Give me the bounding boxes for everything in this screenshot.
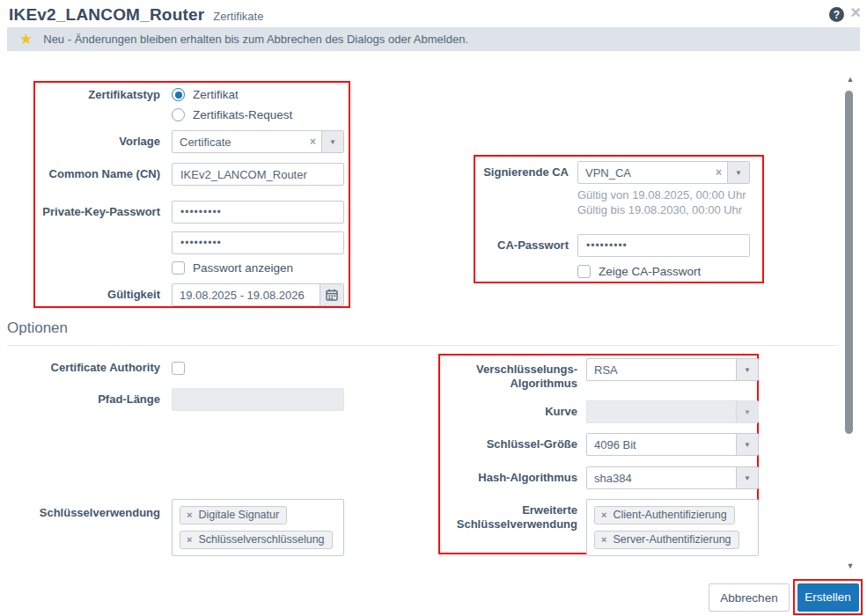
signierende-ca-chevron-down-icon[interactable]: ▼: [727, 162, 749, 183]
row-kurve: Kurve ▼: [447, 400, 759, 423]
row-gueltigkeit: Gültigkeit 19.08.2025 - 19.08.2026: [26, 283, 344, 306]
create-button-highlight: Erstellen: [793, 579, 863, 615]
vorlage-value: Certificate: [173, 131, 305, 152]
row-private-key-passwort-confirm: •••••••••: [26, 231, 344, 254]
vorlage-clear-icon[interactable]: ×: [305, 131, 321, 152]
vorlage-chevron-down-icon[interactable]: ▼: [321, 131, 343, 152]
vorlage-select[interactable]: Certificate × ▼: [172, 130, 344, 153]
pfad-laenge-input: [172, 388, 344, 411]
private-key-passwort-confirm-input[interactable]: •••••••••: [172, 231, 344, 254]
radio-zertifikats-request-label: Zertifikats-Request: [193, 108, 292, 121]
row-signierende-ca: Signierende CA VPN_CA × ▼: [438, 161, 750, 184]
hash-algorithmus-chevron-down-icon[interactable]: ▼: [736, 467, 758, 488]
vorlage-label: Vorlage: [26, 135, 160, 149]
row-erweiterte-schluesselverwendung: Erweiterte Schlüsselverwendung × Client-…: [447, 499, 759, 556]
ca-valid-until: Gültig bis 19.08.2030, 00:00 Uhr: [577, 202, 746, 217]
ca-passwort-label: CA-Passwort: [438, 238, 569, 253]
tag-remove-icon[interactable]: ×: [187, 534, 192, 545]
section-divider: [7, 345, 838, 346]
close-icon[interactable]: ×: [847, 3, 864, 22]
kurve-value: [587, 401, 736, 422]
zertifikatstyp-label: Zertifikatstyp: [26, 88, 160, 102]
tag-digitale-signatur: × Digitale Signatur: [180, 506, 287, 524]
row-certificate-authority: Certificate Authority: [26, 361, 185, 375]
radio-zertifikats-request-control[interactable]: [172, 108, 185, 121]
ca-validity-info: Gültig von 19.08.2025, 00:00 Uhr Gültig …: [577, 187, 746, 217]
signierende-ca-select[interactable]: VPN_CA × ▼: [577, 161, 750, 184]
row-verschluesselungs-algorithmus: Verschlüsselungs- Algorithmus RSA ▼: [447, 358, 759, 391]
tag-label: Client-Authentifizierung: [613, 509, 726, 521]
notice-bar: ★ Neu - Änderungen bleiben erhalten bis …: [7, 27, 860, 51]
tag-remove-icon[interactable]: ×: [187, 510, 192, 520]
ca-passwort-input[interactable]: •••••••••: [577, 234, 750, 257]
cancel-button[interactable]: Abbrechen: [709, 583, 790, 612]
schluessel-groesse-select[interactable]: 4096 Bit ▼: [586, 433, 759, 456]
row-ca-passwort: CA-Passwort •••••••••: [438, 234, 750, 257]
radio-zertifikat-label: Zertifikat: [193, 88, 239, 101]
passwort-anzeigen-checkbox[interactable]: [172, 261, 185, 275]
radio-zertifikats-request[interactable]: Zertifikats-Request: [172, 108, 292, 121]
zeige-ca-passwort-label: Zeige CA-Passwort: [599, 265, 701, 278]
signierende-ca-label: Signierende CA: [438, 165, 569, 180]
schluesselverwendung-label: Schlüsselverwendung: [26, 499, 160, 520]
certificate-authority-label: Certificate Authority: [26, 361, 160, 375]
calendar-icon[interactable]: [320, 284, 343, 305]
signierende-ca-value: VPN_CA: [578, 162, 710, 183]
row-private-key-passwort: Private-Key-Passwort •••••••••: [26, 201, 344, 224]
schluessel-groesse-chevron-down-icon[interactable]: ▼: [736, 434, 758, 455]
scrollbar: ▲ ▼: [841, 75, 859, 570]
passwort-anzeigen-checkbox-row[interactable]: Passwort anzeigen: [172, 261, 293, 275]
tag-label: Server-Authentifizierung: [613, 533, 731, 546]
row-schluessel-groesse: Schlüssel-Größe 4096 Bit ▼: [447, 433, 759, 456]
row-passwort-anzeigen: Passwort anzeigen: [172, 261, 293, 275]
verschluesselungs-algorithmus-label: Verschlüsselungs- Algorithmus: [447, 358, 577, 391]
radio-zertifikat[interactable]: Zertifikat: [172, 88, 292, 101]
verschluesselungs-algorithmus-chevron-down-icon[interactable]: ▼: [736, 359, 758, 380]
passwort-anzeigen-label: Passwort anzeigen: [193, 261, 293, 275]
tag-remove-icon[interactable]: ×: [601, 510, 606, 520]
gueltigkeit-value: 19.08.2025 - 19.08.2026: [173, 284, 320, 305]
verschluesselungs-algorithmus-select[interactable]: RSA ▼: [586, 358, 759, 381]
create-button[interactable]: Erstellen: [797, 583, 859, 612]
ca-valid-from: Gültig von 19.08.2025, 00:00 Uhr: [577, 187, 746, 202]
schluessel-groesse-value: 4096 Bit: [587, 434, 736, 455]
scroll-up-icon[interactable]: ▲: [845, 75, 856, 84]
certificate-authority-checkbox[interactable]: [172, 362, 185, 375]
hash-algorithmus-select[interactable]: sha384 ▼: [586, 466, 759, 489]
row-vorlage: Vorlage Certificate × ▼: [26, 130, 344, 153]
help-icon[interactable]: ?: [829, 7, 844, 22]
schluesselverwendung-tagbox[interactable]: × Digitale Signatur × Schlüsselverschlüs…: [172, 499, 344, 556]
kurve-chevron-down-icon: ▼: [736, 401, 758, 422]
tag-schluesselverschluesselung: × Schlüsselverschlüsselung: [180, 531, 333, 549]
schluessel-groesse-label: Schlüssel-Größe: [447, 437, 577, 451]
kurve-select: ▼: [586, 400, 759, 423]
row-hash-algorithmus: Hash-Algorithmus sha384 ▼: [447, 466, 759, 489]
scrollbar-thumb[interactable]: [845, 91, 853, 434]
pfad-laenge-label: Pfad-Länge: [26, 392, 160, 407]
page-title: IKEv2_LANCOM_Router: [9, 5, 204, 25]
radio-zertifikat-control[interactable]: [172, 88, 185, 101]
erweiterte-schluesselverwendung-label: Erweiterte Schlüsselverwendung: [447, 499, 577, 532]
optionen-section-title: Optionen: [7, 319, 68, 337]
common-name-input[interactable]: IKEv2_LANCOM_Router: [172, 163, 344, 186]
row-schluesselverwendung: Schlüsselverwendung × Digitale Signatur …: [26, 499, 344, 556]
signierende-ca-clear-icon[interactable]: ×: [710, 162, 727, 183]
row-zeige-ca-passwort: Zeige CA-Passwort: [577, 265, 701, 278]
gueltigkeit-daterange[interactable]: 19.08.2025 - 19.08.2026: [172, 283, 344, 306]
dialog-header: IKEv2_LANCOM_Router Zertifikate: [9, 5, 263, 25]
gueltigkeit-label: Gültigkeit: [26, 288, 160, 302]
notice-text: Neu - Änderungen bleiben erhalten bis zu…: [43, 33, 468, 46]
scroll-down-icon[interactable]: ▼: [845, 561, 856, 570]
zeige-ca-passwort-checkbox[interactable]: [577, 265, 591, 278]
star-icon: ★: [19, 30, 33, 48]
zeige-ca-passwort-checkbox-row[interactable]: Zeige CA-Passwort: [577, 265, 701, 278]
tag-server-authentifizierung: × Server-Authentifizierung: [594, 531, 739, 549]
common-name-label: Common Name (CN): [26, 167, 160, 181]
private-key-passwort-input[interactable]: •••••••••: [172, 201, 344, 224]
tag-client-authentifizierung: × Client-Authentifizierung: [594, 506, 735, 524]
hash-algorithmus-value: sha384: [587, 467, 736, 488]
tag-remove-icon[interactable]: ×: [601, 534, 606, 545]
verschluesselungs-algorithmus-value: RSA: [587, 359, 736, 380]
erweiterte-schluesselverwendung-tagbox[interactable]: × Client-Authentifizierung × Server-Auth…: [586, 499, 759, 556]
row-zertifikatstyp: Zertifikatstyp Zertifikat Zertifikats-Re…: [26, 88, 292, 121]
